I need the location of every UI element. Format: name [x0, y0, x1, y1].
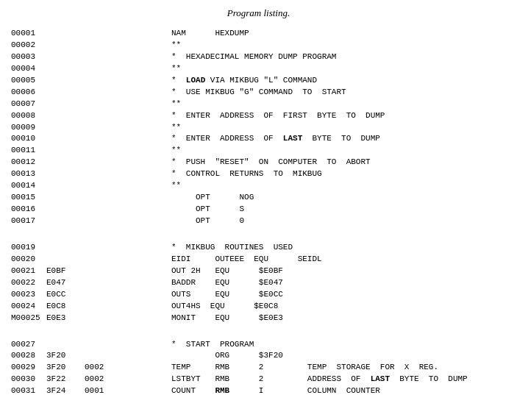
data-field	[85, 51, 123, 63]
line-content: OUTS EQU $E0CC	[123, 289, 506, 301]
data-field	[85, 110, 123, 122]
line-content: * START PROGRAM	[123, 339, 506, 351]
address	[46, 122, 85, 134]
listing-line: 00001 NAM HEXDUMP	[11, 28, 506, 40]
line-number: 00030	[11, 374, 46, 385]
spacer	[11, 324, 506, 332]
listing-line: 00012 * PUSH "RESET" ON COMPUTER TO ABOR…	[11, 157, 506, 168]
listing-line: 000283F20 ORG $3F20	[11, 350, 506, 362]
address: E0CC	[46, 289, 85, 301]
line-number: 00016	[11, 204, 46, 216]
listing-line: 00016 OPT S	[11, 204, 506, 216]
line-number: 00009	[11, 122, 46, 134]
address	[46, 51, 85, 63]
line-number: 00014	[11, 180, 46, 192]
data-field	[85, 63, 123, 75]
line-number: 00017	[11, 216, 46, 227]
listing-line: 00023E0CC OUTS EQU $E0CC	[11, 289, 506, 301]
line-number: 00003	[11, 51, 46, 63]
address	[46, 40, 85, 51]
line-number: 00027	[11, 339, 46, 351]
line-content: * ENTER ADDRESS OF FIRST BYTE TO DUMP	[123, 110, 506, 122]
listing-line: 00014 **	[11, 180, 506, 192]
data-field	[85, 180, 123, 192]
line-content: OPT 0	[123, 216, 506, 227]
line-number: 00010	[11, 133, 46, 145]
data-field	[85, 339, 123, 351]
line-content: * ENTER ADDRESS OF LAST BYTE TO DUMP	[123, 133, 506, 145]
data-field	[85, 192, 123, 204]
spacer	[11, 332, 506, 339]
address	[46, 168, 85, 180]
address	[46, 242, 85, 254]
data-field	[85, 216, 123, 227]
data-field	[85, 266, 123, 277]
address	[46, 110, 85, 122]
spacer	[11, 227, 506, 235]
address	[46, 99, 85, 110]
address	[46, 145, 85, 157]
listing-line: 000313F240001 COUNT RMB I COLUMN COUNTER	[11, 385, 506, 397]
line-number: 00005	[11, 75, 46, 87]
address: 3F22	[46, 374, 85, 385]
line-content: OUT 2H EQU $E0BF	[123, 266, 506, 277]
line-content: * LOAD VIA MIKBUG "L" COMMAND	[123, 75, 506, 87]
address	[46, 63, 85, 75]
data-field: 0002	[85, 374, 123, 385]
line-number: 00013	[11, 168, 46, 180]
line-number: 00008	[11, 110, 46, 122]
data-field	[85, 99, 123, 110]
line-content: * CONTROL RETURNS TO MIKBUG	[123, 168, 506, 180]
line-number: 00006	[11, 87, 46, 99]
listing-line: 00019 * MIKBUG ROUTINES USED	[11, 242, 506, 254]
line-content: ORG $3F20	[123, 350, 506, 362]
data-field	[85, 350, 123, 362]
line-number: 00012	[11, 157, 46, 168]
address	[46, 75, 85, 87]
address	[46, 157, 85, 168]
listing-line: 00009 **	[11, 122, 506, 134]
line-content: COUNT RMB I COLUMN COUNTER	[123, 385, 506, 397]
data-field	[85, 204, 123, 216]
listing-line: 00006 * USE MIKBUG "G" COMMAND TO START	[11, 87, 506, 99]
line-content: **	[123, 99, 506, 110]
line-number: 00023	[11, 289, 46, 301]
line-content: LSTBYT RMB 2 ADDRESS OF LAST BYTE TO DUM…	[123, 374, 506, 385]
data-field	[85, 145, 123, 157]
data-field	[85, 87, 123, 99]
listing-line: 00013 * CONTROL RETURNS TO MIKBUG	[11, 168, 506, 180]
address: E0E3	[46, 313, 85, 324]
listing-line: 000303F220002 LSTBYT RMB 2 ADDRESS OF LA…	[11, 374, 506, 385]
address: 3F20	[46, 350, 85, 362]
line-number: 00029	[11, 362, 46, 374]
address: E0C8	[46, 301, 85, 313]
data-field	[85, 168, 123, 180]
listing-line: 00015 OPT NOG	[11, 192, 506, 204]
listing-line: 00005 * LOAD VIA MIKBUG "L" COMMAND	[11, 75, 506, 87]
data-field	[85, 277, 123, 289]
address	[46, 216, 85, 227]
address: 3F20	[46, 362, 85, 374]
listing-line: 00027 * START PROGRAM	[11, 339, 506, 351]
line-number: 00002	[11, 40, 46, 51]
line-number: 00004	[11, 63, 46, 75]
data-field: 0002	[85, 362, 123, 374]
data-field	[85, 40, 123, 51]
line-number: 00015	[11, 192, 46, 204]
line-content: OUT4HS EQU $E0C8	[123, 301, 506, 313]
address: E047	[46, 277, 85, 289]
address: 3F24	[46, 385, 85, 397]
address	[46, 180, 85, 192]
data-field	[85, 254, 123, 266]
address	[46, 192, 85, 204]
line-number: 00021	[11, 266, 46, 277]
address	[46, 339, 85, 351]
line-content: EIDI OUTEEE EQU SEIDL	[123, 254, 506, 266]
address	[46, 254, 85, 266]
listing-line: 00007 **	[11, 99, 506, 110]
data-field	[85, 157, 123, 168]
line-content: * HEXADECIMAL MEMORY DUMP PROGRAM	[123, 51, 506, 63]
line-content: TEMP RMB 2 TEMP STORAGE FOR X REG.	[123, 362, 506, 374]
data-field	[85, 313, 123, 324]
line-content: * USE MIKBUG "G" COMMAND TO START	[123, 87, 506, 99]
